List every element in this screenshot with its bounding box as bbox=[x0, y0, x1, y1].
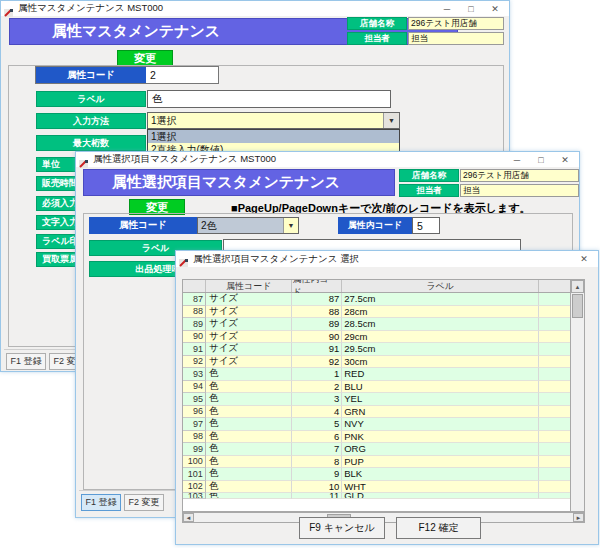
attr-code-cell[interactable]: 色 bbox=[206, 368, 293, 381]
attr-inner-code-cell[interactable]: 87 bbox=[292, 293, 342, 306]
label-input[interactable]: 色 bbox=[147, 90, 391, 108]
attr-code-cell[interactable]: サイズ bbox=[206, 293, 293, 306]
label-cell[interactable]: 29cm bbox=[342, 331, 539, 344]
window3-titlebar[interactable]: 属性選択項目マスタメンテナンス 選択 ✕ bbox=[176, 251, 598, 267]
label-cell[interactable]: GLD bbox=[342, 493, 539, 499]
attr-inner-code-cell[interactable]: 89 bbox=[292, 318, 342, 331]
label-cell[interactable]: RED bbox=[342, 368, 539, 381]
chevron-down-icon[interactable]: ▼ bbox=[383, 113, 399, 128]
table-row[interactable]: 93色1RED bbox=[183, 368, 570, 381]
attr-inner-code-cell[interactable]: 1 bbox=[292, 368, 342, 381]
attr-code-cell[interactable]: サイズ bbox=[206, 306, 293, 319]
label-cell[interactable]: 30cm bbox=[342, 356, 539, 369]
vertical-scrollbar[interactable]: ▲ bbox=[570, 280, 584, 511]
attr-code-cell[interactable]: 色 bbox=[206, 493, 293, 499]
label-cell[interactable]: 29.5cm bbox=[342, 343, 539, 356]
attr-code-cell[interactable]: 色 bbox=[206, 381, 293, 394]
attr-code-cell[interactable]: 色 bbox=[206, 418, 293, 431]
table-row[interactable]: 101色9BLK bbox=[183, 468, 570, 481]
vertical-scroll-thumb[interactable] bbox=[572, 294, 583, 318]
minimize-icon[interactable]: ─ bbox=[505, 152, 529, 167]
label-cell[interactable]: BLK bbox=[342, 468, 539, 481]
attr-code-cell[interactable]: サイズ bbox=[206, 318, 293, 331]
table-row[interactable]: 103色11GLD bbox=[183, 493, 570, 499]
attr-inner-code-cell[interactable]: 8 bbox=[292, 456, 342, 469]
f1-register-button[interactable]: F1 登録 bbox=[81, 494, 121, 511]
label-cell[interactable]: YEL bbox=[342, 393, 539, 406]
scroll-up-icon[interactable]: ▲ bbox=[571, 280, 584, 293]
attr-code-cell[interactable]: 色 bbox=[206, 456, 293, 469]
attr-inner-code-cell[interactable]: 2 bbox=[292, 381, 342, 394]
attr-inner-code-cell[interactable]: 92 bbox=[292, 356, 342, 369]
label-cell[interactable]: BLU bbox=[342, 381, 539, 394]
f2-change-button[interactable]: F2 変更 bbox=[124, 494, 164, 511]
attr-inner-code-cell[interactable]: 5 bbox=[292, 418, 342, 431]
table-row[interactable]: 100色8PUP bbox=[183, 456, 570, 469]
attr-code-cell[interactable]: 色 bbox=[206, 393, 293, 406]
attr-inner-code-cell[interactable]: 91 bbox=[292, 343, 342, 356]
attr-inner-code-field[interactable]: 5 bbox=[412, 217, 440, 234]
maximize-icon[interactable]: □ bbox=[459, 1, 483, 16]
attr-code-cell[interactable]: 色 bbox=[206, 481, 293, 494]
attr-inner-code-cell[interactable]: 9 bbox=[292, 468, 342, 481]
label-cell[interactable]: PNK bbox=[342, 431, 539, 444]
input-method-combobox[interactable]: 1選択 ▼ bbox=[147, 112, 400, 129]
table-row[interactable]: 95色3YEL bbox=[183, 393, 570, 406]
label-cell[interactable]: 28.5cm bbox=[342, 318, 539, 331]
table-row[interactable]: 98色6PNK bbox=[183, 431, 570, 444]
minimize-icon[interactable]: ─ bbox=[435, 1, 459, 16]
attr-code-cell[interactable]: 色 bbox=[206, 406, 293, 419]
table-row[interactable]: 97色5NVY bbox=[183, 418, 570, 431]
attr-code-field[interactable]: 2 bbox=[146, 67, 218, 83]
scroll-left-icon[interactable]: ◄ bbox=[183, 513, 194, 522]
store-name-field[interactable]: 296テスト用店舗 bbox=[460, 169, 579, 182]
label-cell[interactable]: PUP bbox=[342, 456, 539, 469]
change-mode-button[interactable]: 変更 bbox=[117, 50, 173, 66]
table-row[interactable]: 96色4GRN bbox=[183, 406, 570, 419]
label-cell[interactable]: GRN bbox=[342, 406, 539, 419]
close-icon[interactable]: ✕ bbox=[483, 1, 507, 16]
window1-titlebar[interactable]: 属性マスタメンテナンス MST000 ─ □ ✕ bbox=[1, 1, 509, 16]
label-cell[interactable]: 28cm bbox=[342, 306, 539, 319]
close-icon[interactable]: ✕ bbox=[553, 152, 577, 167]
staff-field[interactable]: 担当 bbox=[460, 184, 579, 197]
table-row[interactable]: 90サイズ9029cm bbox=[183, 331, 570, 344]
maximize-icon[interactable]: □ bbox=[529, 152, 553, 167]
attr-inner-code-cell[interactable]: 6 bbox=[292, 431, 342, 444]
attr-inner-code-cell[interactable]: 4 bbox=[292, 406, 342, 419]
attr-inner-code-cell[interactable]: 10 bbox=[292, 481, 342, 494]
table-row[interactable]: 102色10WHT bbox=[183, 481, 570, 494]
scroll-right-icon[interactable]: ► bbox=[573, 513, 584, 522]
attr-inner-code-cell[interactable]: 3 bbox=[292, 393, 342, 406]
chevron-down-icon[interactable]: ▼ bbox=[283, 218, 298, 233]
close-icon[interactable]: ✕ bbox=[572, 251, 596, 266]
table-row[interactable]: 87サイズ8727.5cm bbox=[183, 293, 570, 306]
attr-code-cell[interactable]: サイズ bbox=[206, 331, 293, 344]
attr-inner-code-cell[interactable]: 90 bbox=[292, 331, 342, 344]
attr-inner-code-cell[interactable]: 11 bbox=[292, 493, 342, 499]
store-name-field[interactable]: 296テスト用店舗 bbox=[408, 17, 504, 30]
attr-inner-code-cell[interactable]: 7 bbox=[292, 443, 342, 456]
attr-code-combobox[interactable]: 2色 ▼ bbox=[197, 217, 299, 234]
attr-code-cell[interactable]: サイズ bbox=[206, 356, 293, 369]
attr-code-cell[interactable]: サイズ bbox=[206, 343, 293, 356]
f12-confirm-button[interactable]: F12 確定 bbox=[396, 517, 481, 539]
window2-titlebar[interactable]: 属性選択項目マスタメンテナンス MST000 ─ □ ✕ bbox=[76, 152, 579, 167]
f9-cancel-button[interactable]: F9 キャンセル bbox=[299, 517, 385, 539]
attr-inner-code-cell[interactable]: 88 bbox=[292, 306, 342, 319]
attr-code-cell[interactable]: 色 bbox=[206, 443, 293, 456]
staff-field[interactable]: 担当 bbox=[408, 32, 504, 45]
f1-register-button[interactable]: F1 登録 bbox=[6, 353, 46, 370]
table-row[interactable]: 88サイズ8828cm bbox=[183, 306, 570, 319]
attr-code-cell[interactable]: 色 bbox=[206, 431, 293, 444]
table-row[interactable]: 91サイズ9129.5cm bbox=[183, 343, 570, 356]
label-cell[interactable]: 27.5cm bbox=[342, 293, 539, 306]
table-row[interactable]: 92サイズ9230cm bbox=[183, 356, 570, 369]
table-row[interactable]: 99色7ORG bbox=[183, 443, 570, 456]
dropdown-option-selected[interactable]: 1選択 bbox=[148, 130, 399, 143]
label-cell[interactable]: WHT bbox=[342, 481, 539, 494]
label-cell[interactable]: NVY bbox=[342, 418, 539, 431]
table-row[interactable]: 89サイズ8928.5cm bbox=[183, 318, 570, 331]
table-row[interactable]: 94色2BLU bbox=[183, 381, 570, 394]
label-cell[interactable]: ORG bbox=[342, 443, 539, 456]
